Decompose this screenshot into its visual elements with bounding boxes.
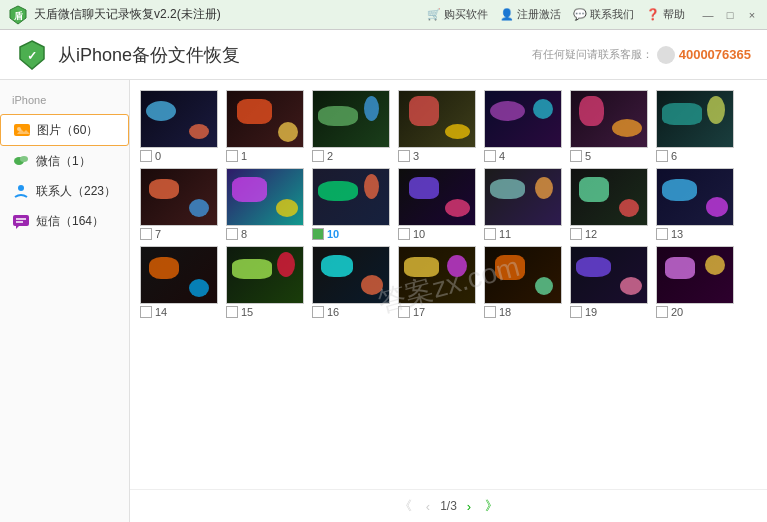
photo-icon — [13, 121, 31, 139]
photo-label-16: 16 — [312, 306, 339, 318]
photo-row-3: 14 15 — [140, 246, 757, 318]
photo-checkbox-7[interactable] — [140, 228, 152, 240]
photo-checkbox-3[interactable] — [398, 150, 410, 162]
photo-thumb-15[interactable] — [226, 246, 304, 304]
sidebar: iPhone 图片（60） 微信（1） — [0, 80, 130, 522]
photo-thumb-11[interactable] — [484, 168, 562, 226]
photo-thumb-5[interactable] — [570, 90, 648, 148]
photo-checkbox-4[interactable] — [484, 150, 496, 162]
photo-checkbox-16[interactable] — [312, 306, 324, 318]
photo-grid: 答案zx.com 0 — [130, 80, 767, 489]
close-button[interactable]: × — [745, 8, 759, 22]
photo-checkbox-9[interactable] — [312, 228, 324, 240]
photo-label-0: 0 — [140, 150, 161, 162]
photo-checkbox-17[interactable] — [398, 306, 410, 318]
photo-checkbox-2[interactable] — [312, 150, 324, 162]
sidebar-item-sms[interactable]: 短信（164） — [0, 206, 129, 236]
photo-thumb-8[interactable] — [226, 168, 304, 226]
photo-item-18: 18 — [484, 246, 562, 318]
photo-thumb-0[interactable] — [140, 90, 218, 148]
contact-menu[interactable]: 💬 联系我们 — [573, 7, 634, 22]
photos-label: 图片（60） — [37, 122, 98, 139]
photo-checkbox-11[interactable] — [484, 228, 496, 240]
photo-label-14: 14 — [140, 306, 167, 318]
wechat-icon — [12, 152, 30, 170]
photo-item-9: 10 — [312, 168, 390, 240]
minimize-button[interactable]: — — [701, 8, 715, 22]
photo-item-8: 8 — [226, 168, 304, 240]
maximize-button[interactable]: □ — [723, 8, 737, 22]
photo-thumb-9[interactable] — [312, 168, 390, 226]
photo-thumb-17[interactable] — [398, 246, 476, 304]
prev-page-button[interactable]: ‹ — [422, 498, 434, 515]
sidebar-item-photos[interactable]: 图片（60） — [0, 114, 129, 146]
photo-checkbox-18[interactable] — [484, 306, 496, 318]
photo-item-5: 5 — [570, 90, 648, 162]
photo-thumb-7[interactable] — [140, 168, 218, 226]
photo-checkbox-8[interactable] — [226, 228, 238, 240]
photo-item-14: 14 — [140, 246, 218, 318]
photo-thumb-13[interactable] — [656, 168, 734, 226]
photo-item-10: 10 — [398, 168, 476, 240]
photo-checkbox-5[interactable] — [570, 150, 582, 162]
photo-item-1: 1 — [226, 90, 304, 162]
register-menu[interactable]: 👤 注册激活 — [500, 7, 561, 22]
photo-checkbox-10[interactable] — [398, 228, 410, 240]
photo-label-9: 10 — [312, 228, 339, 240]
next-page-button[interactable]: › — [463, 498, 475, 515]
last-page-button[interactable]: 》 — [481, 496, 502, 516]
first-page-button[interactable]: 《 — [395, 496, 416, 516]
photo-checkbox-20[interactable] — [656, 306, 668, 318]
photo-label-6: 6 — [656, 150, 677, 162]
main-area: iPhone 图片（60） 微信（1） — [0, 80, 767, 522]
photo-thumb-18[interactable] — [484, 246, 562, 304]
photo-thumb-14[interactable] — [140, 246, 218, 304]
photo-checkbox-1[interactable] — [226, 150, 238, 162]
svg-point-8 — [20, 156, 28, 162]
svg-marker-11 — [16, 226, 19, 229]
photo-item-12: 12 — [570, 168, 648, 240]
photo-item-6: 6 — [656, 90, 734, 162]
support-avatar — [657, 46, 675, 64]
photo-thumb-20[interactable] — [656, 246, 734, 304]
photo-checkbox-15[interactable] — [226, 306, 238, 318]
photo-thumb-12[interactable] — [570, 168, 648, 226]
sidebar-item-wechat[interactable]: 微信（1） — [0, 146, 129, 176]
photo-thumb-1[interactable] — [226, 90, 304, 148]
menu-bar: 🛒 购买软件 👤 注册激活 💬 联系我们 ❓ 帮助 — [427, 7, 685, 22]
photo-label-10: 10 — [398, 228, 425, 240]
photo-label-17: 17 — [398, 306, 425, 318]
photo-checkbox-6[interactable] — [656, 150, 668, 162]
window-controls: — □ × — [701, 8, 759, 22]
photo-label-5: 5 — [570, 150, 591, 162]
photo-checkbox-0[interactable] — [140, 150, 152, 162]
app-title: 天盾微信聊天记录恢复v2.2(未注册) — [34, 6, 427, 23]
photo-label-12: 12 — [570, 228, 597, 240]
photo-label-4: 4 — [484, 150, 505, 162]
photo-thumb-2[interactable] — [312, 90, 390, 148]
photo-thumb-4[interactable] — [484, 90, 562, 148]
svg-rect-10 — [13, 215, 29, 226]
photo-thumb-16[interactable] — [312, 246, 390, 304]
photo-item-15: 15 — [226, 246, 304, 318]
photo-thumb-6[interactable] — [656, 90, 734, 148]
photo-thumb-10[interactable] — [398, 168, 476, 226]
sidebar-item-contacts[interactable]: 联系人（223） — [0, 176, 129, 206]
photo-row-2: 7 8 — [140, 168, 757, 240]
photo-label-20: 20 — [656, 306, 683, 318]
buy-software-menu[interactable]: 🛒 购买软件 — [427, 7, 488, 22]
photo-thumb-19[interactable] — [570, 246, 648, 304]
photo-checkbox-12[interactable] — [570, 228, 582, 240]
photo-thumb-3[interactable] — [398, 90, 476, 148]
pagination: 《 ‹ 1/3 › 》 — [130, 489, 767, 522]
photo-checkbox-14[interactable] — [140, 306, 152, 318]
photo-label-3: 3 — [398, 150, 419, 162]
sidebar-section-iphone: iPhone — [0, 90, 129, 110]
photo-checkbox-19[interactable] — [570, 306, 582, 318]
phone-number: 4000076365 — [679, 47, 751, 62]
help-menu[interactable]: ❓ 帮助 — [646, 7, 685, 22]
photo-label-18: 18 — [484, 306, 511, 318]
photo-item-4: 4 — [484, 90, 562, 162]
photo-checkbox-13[interactable] — [656, 228, 668, 240]
header: ✓ 从iPhone备份文件恢复 有任何疑问请联系客服： 4000076365 — [0, 30, 767, 80]
